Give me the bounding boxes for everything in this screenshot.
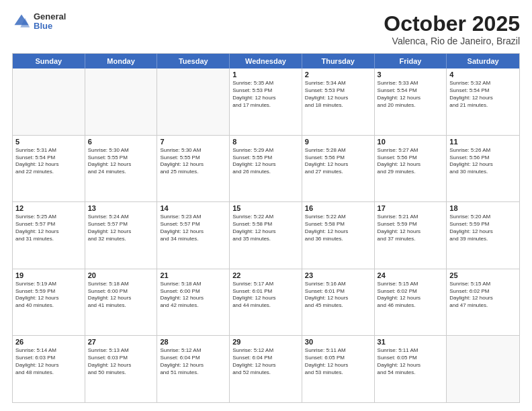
- cal-row-2: 12Sunrise: 5:25 AM Sunset: 5:57 PM Dayli…: [13, 201, 519, 269]
- cal-cell-25: 25Sunrise: 5:15 AM Sunset: 6:02 PM Dayli…: [447, 269, 519, 336]
- cell-info: Sunrise: 5:18 AM Sunset: 6:00 PM Dayligh…: [88, 281, 154, 310]
- cal-cell-22: 22Sunrise: 5:17 AM Sunset: 6:01 PM Dayli…: [230, 269, 302, 336]
- cal-cell-30: 30Sunrise: 5:11 AM Sunset: 6:05 PM Dayli…: [302, 336, 375, 402]
- cell-info: Sunrise: 5:33 AM Sunset: 5:54 PM Dayligh…: [378, 80, 444, 109]
- day-number: 3: [378, 71, 444, 79]
- cal-cell-17: 17Sunrise: 5:21 AM Sunset: 5:59 PM Dayli…: [375, 202, 447, 269]
- cal-cell-5: 5Sunrise: 5:31 AM Sunset: 5:54 PM Daylig…: [13, 136, 85, 202]
- cell-info: Sunrise: 5:26 AM Sunset: 5:56 PM Dayligh…: [449, 147, 517, 176]
- day-number: 26: [15, 338, 82, 346]
- cell-info: Sunrise: 5:29 AM Sunset: 5:55 PM Dayligh…: [232, 147, 299, 176]
- day-number: 29: [232, 338, 299, 346]
- day-number: 12: [15, 204, 82, 212]
- day-number: 11: [449, 138, 517, 146]
- day-number: 14: [160, 204, 226, 212]
- day-number: 23: [305, 271, 371, 279]
- day-number: 25: [449, 271, 517, 279]
- cal-cell-31: 31Sunrise: 5:11 AM Sunset: 6:05 PM Dayli…: [375, 336, 447, 402]
- day-number: 22: [232, 271, 299, 279]
- month-title: October 2025: [384, 12, 520, 36]
- cal-cell-9: 9Sunrise: 5:28 AM Sunset: 5:56 PM Daylig…: [302, 136, 375, 202]
- cal-cell-21: 21Sunrise: 5:18 AM Sunset: 6:00 PM Dayli…: [157, 269, 230, 336]
- cal-header-saturday: Saturday: [447, 54, 519, 68]
- cell-info: Sunrise: 5:11 AM Sunset: 6:05 PM Dayligh…: [378, 347, 444, 376]
- cal-cell-27: 27Sunrise: 5:13 AM Sunset: 6:03 PM Dayli…: [85, 336, 158, 402]
- cell-info: Sunrise: 5:24 AM Sunset: 5:57 PM Dayligh…: [88, 214, 154, 242]
- cal-header-tuesday: Tuesday: [157, 54, 230, 68]
- location: Valenca, Rio de Janeiro, Brazil: [384, 36, 520, 46]
- cell-info: Sunrise: 5:27 AM Sunset: 5:56 PM Dayligh…: [378, 147, 444, 176]
- day-number: 19: [15, 271, 82, 279]
- cal-cell-16: 16Sunrise: 5:22 AM Sunset: 5:58 PM Dayli…: [302, 202, 375, 269]
- cal-cell-26: 26Sunrise: 5:14 AM Sunset: 6:03 PM Dayli…: [13, 336, 85, 402]
- cal-cell-29: 29Sunrise: 5:12 AM Sunset: 6:04 PM Dayli…: [230, 336, 302, 402]
- cal-cell-4: 4Sunrise: 5:32 AM Sunset: 5:54 PM Daylig…: [447, 68, 519, 135]
- day-number: 8: [232, 138, 299, 146]
- cell-info: Sunrise: 5:14 AM Sunset: 6:03 PM Dayligh…: [15, 347, 82, 376]
- day-number: 6: [88, 138, 154, 146]
- header: General Blue October 2025 Valenca, Rio d…: [12, 12, 520, 46]
- calendar: SundayMondayTuesdayWednesdayThursdayFrid…: [12, 53, 520, 403]
- cal-row-1: 5Sunrise: 5:31 AM Sunset: 5:54 PM Daylig…: [13, 135, 519, 202]
- day-number: 15: [232, 204, 299, 212]
- cal-cell-1: 1Sunrise: 5:35 AM Sunset: 5:53 PM Daylig…: [230, 68, 302, 135]
- cal-cell-13: 13Sunrise: 5:24 AM Sunset: 5:57 PM Dayli…: [85, 202, 158, 269]
- cal-row-3: 19Sunrise: 5:19 AM Sunset: 5:59 PM Dayli…: [13, 269, 519, 336]
- cell-info: Sunrise: 5:17 AM Sunset: 6:01 PM Dayligh…: [232, 281, 299, 310]
- cal-cell-15: 15Sunrise: 5:22 AM Sunset: 5:58 PM Dayli…: [230, 202, 302, 269]
- day-number: 17: [378, 204, 444, 212]
- day-number: 9: [305, 138, 371, 146]
- cell-info: Sunrise: 5:25 AM Sunset: 5:57 PM Dayligh…: [15, 214, 82, 242]
- cell-info: Sunrise: 5:20 AM Sunset: 5:59 PM Dayligh…: [449, 214, 517, 242]
- day-number: 5: [15, 138, 82, 146]
- cell-info: Sunrise: 5:31 AM Sunset: 5:54 PM Dayligh…: [15, 147, 82, 176]
- cal-header-friday: Friday: [375, 54, 447, 68]
- day-number: 16: [305, 204, 371, 212]
- cell-info: Sunrise: 5:12 AM Sunset: 6:04 PM Dayligh…: [160, 347, 226, 376]
- cell-info: Sunrise: 5:12 AM Sunset: 6:04 PM Dayligh…: [232, 347, 299, 376]
- day-number: 20: [88, 271, 154, 279]
- cell-info: Sunrise: 5:30 AM Sunset: 5:55 PM Dayligh…: [88, 147, 154, 176]
- cell-info: Sunrise: 5:15 AM Sunset: 6:02 PM Dayligh…: [449, 281, 517, 310]
- cal-cell-14: 14Sunrise: 5:23 AM Sunset: 5:57 PM Dayli…: [157, 202, 230, 269]
- day-number: 21: [160, 271, 226, 279]
- cal-header-monday: Monday: [85, 54, 158, 68]
- cell-info: Sunrise: 5:22 AM Sunset: 5:58 PM Dayligh…: [232, 214, 299, 242]
- day-number: 13: [88, 204, 154, 212]
- cal-cell-empty-0-2: [157, 68, 230, 135]
- cell-info: Sunrise: 5:23 AM Sunset: 5:57 PM Dayligh…: [160, 214, 226, 242]
- logo-icon: [12, 12, 31, 31]
- cal-cell-18: 18Sunrise: 5:20 AM Sunset: 5:59 PM Dayli…: [447, 202, 519, 269]
- cell-info: Sunrise: 5:11 AM Sunset: 6:05 PM Dayligh…: [305, 347, 371, 376]
- calendar-body: 1Sunrise: 5:35 AM Sunset: 5:53 PM Daylig…: [13, 68, 519, 402]
- cal-cell-11: 11Sunrise: 5:26 AM Sunset: 5:56 PM Dayli…: [447, 136, 519, 202]
- day-number: 1: [232, 71, 299, 79]
- logo-blue-label: Blue: [34, 21, 66, 31]
- cell-info: Sunrise: 5:28 AM Sunset: 5:56 PM Dayligh…: [305, 147, 371, 176]
- cal-cell-empty-0-1: [85, 68, 158, 135]
- cell-info: Sunrise: 5:13 AM Sunset: 6:03 PM Dayligh…: [88, 347, 154, 376]
- cell-info: Sunrise: 5:15 AM Sunset: 6:02 PM Dayligh…: [378, 281, 444, 310]
- cal-cell-28: 28Sunrise: 5:12 AM Sunset: 6:04 PM Dayli…: [157, 336, 230, 402]
- day-number: 10: [378, 138, 444, 146]
- day-number: 7: [160, 138, 226, 146]
- cal-cell-3: 3Sunrise: 5:33 AM Sunset: 5:54 PM Daylig…: [375, 68, 447, 135]
- day-number: 2: [305, 71, 371, 79]
- cal-cell-24: 24Sunrise: 5:15 AM Sunset: 6:02 PM Dayli…: [375, 269, 447, 336]
- cal-cell-8: 8Sunrise: 5:29 AM Sunset: 5:55 PM Daylig…: [230, 136, 302, 202]
- cal-cell-23: 23Sunrise: 5:16 AM Sunset: 6:01 PM Dayli…: [302, 269, 375, 336]
- day-number: 31: [378, 338, 444, 346]
- day-number: 4: [449, 71, 517, 79]
- cal-cell-empty-0-0: [13, 68, 85, 135]
- day-number: 24: [378, 271, 444, 279]
- cal-cell-12: 12Sunrise: 5:25 AM Sunset: 5:57 PM Dayli…: [13, 202, 85, 269]
- cal-cell-6: 6Sunrise: 5:30 AM Sunset: 5:55 PM Daylig…: [85, 136, 158, 202]
- cal-header-wednesday: Wednesday: [230, 54, 302, 68]
- cal-cell-7: 7Sunrise: 5:30 AM Sunset: 5:55 PM Daylig…: [157, 136, 230, 202]
- logo-general-label: General: [34, 12, 66, 21]
- cell-info: Sunrise: 5:32 AM Sunset: 5:54 PM Dayligh…: [449, 80, 517, 109]
- day-number: 27: [88, 338, 154, 346]
- cal-row-4: 26Sunrise: 5:14 AM Sunset: 6:03 PM Dayli…: [13, 335, 519, 402]
- day-number: 30: [305, 338, 371, 346]
- cell-info: Sunrise: 5:21 AM Sunset: 5:59 PM Dayligh…: [378, 214, 444, 242]
